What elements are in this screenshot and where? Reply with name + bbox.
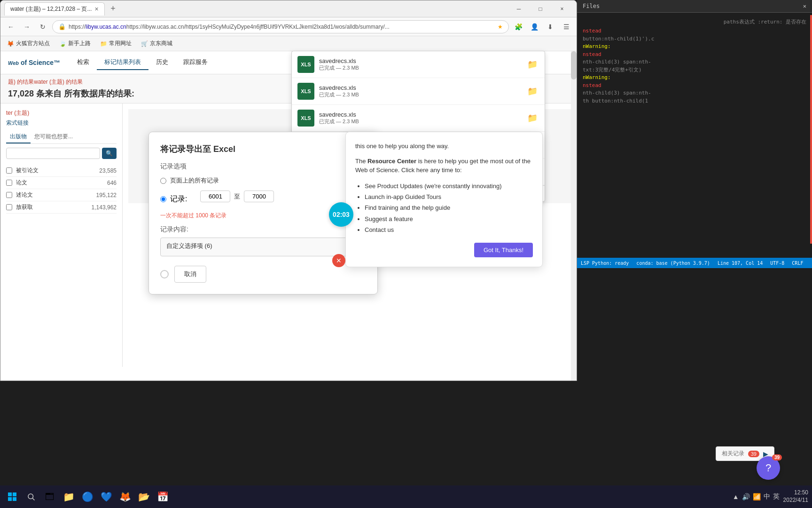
resource-body-main: The Resource Center is here to help you …: [355, 157, 533, 175]
taskbar-folder[interactable]: 📂: [135, 488, 152, 505]
bookmark-beginner[interactable]: 🍃 新手上路: [56, 39, 94, 48]
bookmark-jd[interactable]: 🛒 京东商城: [138, 39, 175, 48]
nav-tracking[interactable]: 跟踪服务: [176, 55, 215, 70]
content-label: 记录内容:: [160, 225, 366, 234]
firefox-icon: 🦊: [7, 40, 14, 47]
new-tab-button[interactable]: +: [107, 2, 120, 16]
download-item-1: XLS savedrecs.xls 已完成 — 2.3 MB 📁: [292, 51, 545, 78]
timer-badge: 02:03: [329, 202, 353, 227]
review-checkbox[interactable]: [6, 192, 12, 198]
excel-icon-1: XLS: [297, 56, 314, 73]
refresh-button[interactable]: ↻: [36, 20, 49, 33]
network-icon[interactable]: 📶: [753, 493, 761, 500]
publisher-tab[interactable]: 出版物: [6, 131, 31, 143]
title-bar: water (主题) – 12,217,028 – 页... × + ─ □ ×: [0, 0, 577, 17]
bookmark-star[interactable]: ★: [498, 24, 503, 30]
code-line-10: th button:nth-child(1: [583, 97, 806, 105]
cited-checkbox[interactable]: [6, 167, 12, 174]
menu-button[interactable]: ☰: [560, 20, 573, 33]
taskbar-firefox[interactable]: 🦊: [117, 488, 133, 505]
bookmark-common[interactable]: 📁 常用网址: [97, 39, 134, 48]
browser-tab[interactable]: water (主题) – 12,217,028 – 页... ×: [4, 2, 105, 16]
range-from-input[interactable]: [200, 190, 230, 202]
range-records-radio[interactable]: [160, 196, 166, 202]
filter-search-button[interactable]: 🔍: [102, 148, 117, 159]
crlf-status: CRLF: [792, 261, 803, 266]
close-button[interactable]: ×: [551, 0, 573, 17]
download-info-3: savedrecs.xls 已完成 — 2.3 MB: [319, 111, 521, 125]
range-to-input[interactable]: [244, 190, 274, 202]
open-folder-button-2[interactable]: 📁: [526, 85, 539, 98]
formula-link[interactable]: 索式链接: [6, 119, 117, 127]
code-line-4: nstead: [583, 51, 806, 59]
speaker-icon[interactable]: 🔊: [742, 493, 750, 500]
download-button[interactable]: ⬇: [544, 20, 557, 33]
code-line-6: txt:3完整/4完整+引文): [583, 66, 806, 74]
taskbar-right: ▲ 🔊 📶 中 英 12:50 2022/4/11: [733, 489, 808, 504]
resource-item-3: Find training and the help guide: [365, 202, 533, 213]
help-button[interactable]: ? 39: [757, 456, 780, 480]
download-item-3: XLS savedrecs.xls 已完成 — 2.3 MB 📁: [292, 105, 545, 132]
excel-icon-2: XLS: [297, 83, 314, 100]
dialog-title: 将记录导出至 Excel: [160, 143, 366, 155]
back-button[interactable]: ←: [4, 20, 17, 33]
records-range: 至: [200, 190, 274, 202]
filter-section: 🔍: [6, 148, 117, 159]
got-it-button[interactable]: Got It, Thanks!: [474, 243, 533, 257]
bookmarks-bar: 🦊 火狐官方站点 🍃 新手上路 📁 常用网址 🛒 京东商城: [0, 36, 577, 51]
result-type-oa: 放获取 1,143,962: [6, 201, 117, 214]
related-tab[interactable]: 您可能也想要...: [31, 131, 77, 143]
taskbar-task-view[interactable]: 🗔: [41, 488, 58, 505]
taskbar-calendar[interactable]: 📅: [154, 488, 171, 505]
nav-marked-results[interactable]: 标记结果列表: [97, 55, 148, 70]
filter-search-input[interactable]: [6, 148, 100, 159]
url-bar[interactable]: 🔒 https://libyw.ucas.ac.cnhttps://libyw.…: [52, 20, 509, 33]
open-folder-button-3[interactable]: 📁: [526, 111, 539, 125]
minimize-button[interactable]: ─: [508, 0, 530, 17]
taskbar-edge[interactable]: 🔵: [79, 488, 96, 505]
profile-button[interactable]: 👤: [528, 20, 541, 33]
taskbar-start-button[interactable]: [4, 488, 21, 505]
code-line-5: nth-child(3) span:nth-: [583, 58, 806, 66]
vscode-panel: Files ✕ paths表达式 :return: 是否存在 nstead bu…: [577, 0, 812, 381]
nav-search[interactable]: 检索: [70, 55, 97, 70]
folder-open-icon-2: 📁: [527, 86, 538, 96]
nav-history[interactable]: 历史: [148, 55, 176, 70]
question-mark-icon: ?: [765, 462, 771, 474]
content-value[interactable]: 自定义选择项 (6): [160, 238, 366, 256]
cancel-icon[interactable]: ✕: [332, 254, 345, 267]
vscode-close[interactable]: ✕: [803, 3, 806, 9]
taskbar-file-explorer[interactable]: 📁: [60, 488, 77, 505]
all-records-radio[interactable]: [160, 178, 166, 184]
up-arrow-icon[interactable]: ▲: [733, 493, 739, 500]
oa-checkbox[interactable]: [6, 204, 12, 210]
svg-rect-2: [8, 497, 12, 501]
taskbar-search[interactable]: [23, 488, 39, 505]
open-folder-button-1[interactable]: 📁: [526, 58, 539, 71]
radio-placeholder: [160, 270, 169, 278]
taskbar-vscode[interactable]: 💙: [98, 488, 115, 505]
vscode-content: paths表达式 :return: 是否存在 nstead button:nth…: [577, 13, 812, 379]
all-records-option: 页面上的所有记录: [160, 176, 366, 185]
taskbar-clock[interactable]: 12:50 2022/4/11: [783, 489, 808, 504]
forward-button[interactable]: →: [20, 20, 33, 33]
scroll-thumb[interactable]: [571, 51, 577, 79]
extensions-button[interactable]: 🧩: [512, 20, 525, 33]
wos-nav: 检索 标记结果列表 历史 跟踪服务: [70, 55, 215, 70]
maximize-button[interactable]: □: [530, 0, 551, 17]
bookmark-firefox[interactable]: 🦊 火狐官方站点: [4, 39, 53, 48]
wos-logo: Web of Science™: [8, 59, 60, 66]
window-controls: ─ □ ×: [508, 0, 573, 17]
cancel-button[interactable]: 取消: [174, 266, 206, 283]
ime-en[interactable]: 英: [773, 492, 780, 501]
download-item-2: XLS savedrecs.xls 已完成 — 2.3 MB 📁: [292, 78, 545, 105]
vscode-statusbar: LSP Python: ready conda: base (Python 3.…: [577, 258, 812, 268]
article-checkbox[interactable]: [6, 180, 12, 186]
resource-item-2: Launch in-app Guided Tours: [365, 191, 533, 202]
excel-icon-3: XLS: [297, 110, 314, 127]
tab-close-button[interactable]: ×: [94, 5, 98, 13]
scrollbar[interactable]: [571, 51, 577, 381]
line-col-status: Line 107, Col 14: [718, 261, 763, 266]
code-line-8: nstead: [583, 82, 806, 90]
ime-zh[interactable]: 中: [764, 492, 770, 501]
